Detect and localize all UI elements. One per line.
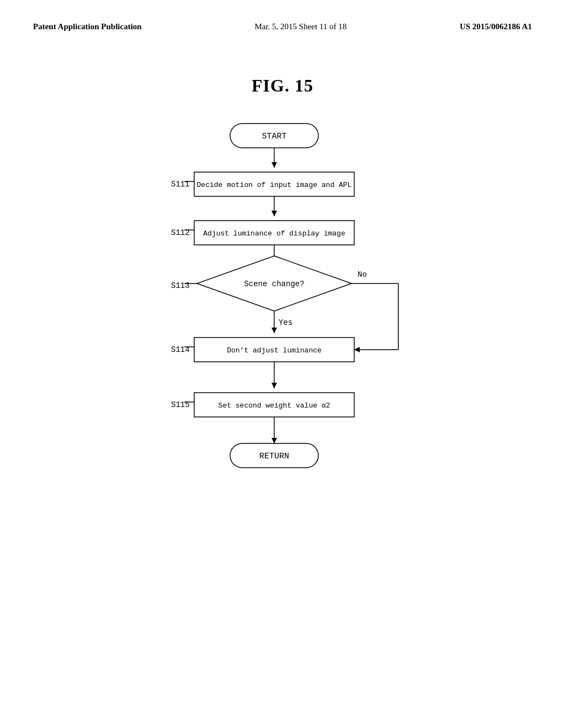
step-label-s113: S113 [171, 281, 190, 290]
step-s111-text: Decide motion of input image and APL [197, 181, 352, 189]
step-s115: S115 Set second weight value α2 [171, 393, 354, 417]
return-node: RETURN [230, 443, 318, 468]
flowchart: START S111 Decide motion of input image … [0, 113, 565, 592]
no-label: No [358, 270, 367, 279]
start-node: START [230, 124, 318, 148]
step-s111: S111 Decide motion of input image and AP… [171, 172, 354, 196]
publication-label: Patent Application Publication [33, 22, 142, 31]
yes-label: Yes [279, 318, 292, 327]
start-label: START [262, 132, 286, 141]
arrowhead-s113-s114 [271, 328, 277, 333]
date-sheet-label: Mar. 5, 2015 Sheet 11 of 18 [254, 22, 347, 31]
header: Patent Application Publication Mar. 5, 2… [0, 0, 565, 31]
patent-number-label: US 2015/0062186 A1 [460, 22, 532, 31]
figure-title: FIG. 15 [0, 76, 565, 96]
return-label: RETURN [259, 452, 289, 461]
step-s112: S112 Adjust luminance of display image [171, 221, 354, 245]
step-s114: S114 Don’t adjust luminance [171, 338, 354, 362]
step-s114-text: Don’t adjust luminance [227, 346, 322, 355]
step-s115-text: Set second weight value α2 [218, 402, 331, 410]
step-s113: S113 Scene change? [171, 256, 351, 311]
arrowhead-start-s111 [271, 162, 277, 168]
arrowhead-s114-s115 [271, 383, 277, 388]
arrowhead-s115-return [271, 438, 277, 443]
flowchart-svg: START S111 Decide motion of input image … [89, 113, 476, 592]
arrowhead-no-s114 [354, 347, 360, 352]
step-s113-text: Scene change? [244, 280, 304, 288]
arrowhead-s111-s112 [271, 211, 277, 216]
step-s112-text: Adjust luminance of display image [203, 229, 345, 238]
